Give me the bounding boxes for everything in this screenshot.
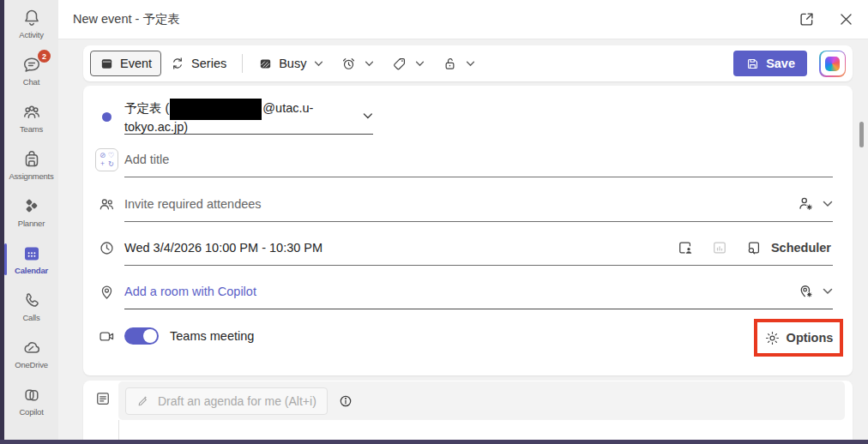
save-icon [745,57,760,71]
copilot-icon [21,385,42,405]
datetime-field[interactable]: Wed 3/4/2026 10:00 PM - 10:30 PM [124,230,833,266]
toolbar-divider [242,54,243,73]
planner-icon [21,196,42,217]
busy-icon [258,57,273,71]
event-details-card: 予定表 (@utac.u-tokyo.ac.jp) ⊘♡+↻ Add title [83,86,853,375]
meeting-options-button[interactable]: Options [763,328,835,348]
chevron-down-icon [466,61,475,67]
chevron-down-icon [823,288,833,295]
chevron-down-icon [415,61,425,67]
close-icon [838,11,854,27]
sidebar-item-calls[interactable]: Calls [4,283,58,330]
copilot-logo-icon [825,57,840,71]
draft-agenda-button[interactable]: Draft an agenda for me (Alt+i) [125,387,328,415]
calendar-chart-icon [711,239,728,256]
chevron-down-icon [314,61,323,67]
repeat-icon [170,56,185,71]
dialog-titlebar: New event - 予定表 [58,0,868,39]
sidebar-item-assignments[interactable]: Assignments [4,141,58,189]
series-tab[interactable]: Series [161,51,235,76]
chevron-down-icon [823,201,833,207]
sidebar-item-chat[interactable]: 2 Chat [4,47,58,94]
people-icon [89,195,124,213]
video-camera-icon [89,327,124,345]
sidebar-label: Activity [19,30,44,39]
show-as-busy-dropdown[interactable]: Busy [250,51,332,76]
title-input[interactable]: Add title [124,141,833,177]
sidebar-item-copilot[interactable]: Copilot [4,377,58,424]
scrollbar-thumb[interactable] [859,122,864,147]
calendar-availability-button[interactable] [675,237,696,258]
sidebar-label: Chat [23,77,39,87]
chat-unread-badge: 2 [38,50,51,63]
category-dropdown[interactable] [383,51,433,76]
sidebar-label: Copilot [19,407,43,417]
cloud-icon [21,338,42,358]
optional-attendees-dropdown[interactable] [795,193,817,214]
privacy-dropdown[interactable] [433,51,484,76]
unlock-icon [442,56,458,72]
close-button[interactable] [836,9,856,29]
redacted-email [170,99,262,120]
calendar-color-dot [102,112,112,122]
event-tab[interactable]: Event [90,51,161,76]
gear-icon [764,330,781,346]
popout-button[interactable] [796,9,817,30]
popout-icon [798,10,816,28]
copilot-button[interactable] [819,51,846,77]
alarm-icon [341,56,357,72]
pin-gear-icon [797,282,815,300]
datetime-value: Wed 3/4/2026 10:00 PM - 10:30 PM [124,241,322,255]
location-pin-icon [89,283,124,301]
chevron-down-icon [365,61,374,67]
location-row: Add a room with Copilot [89,273,833,309]
event-toolbar: Event Series Busy [83,45,853,81]
sidebar-item-onedrive[interactable]: OneDrive [4,330,58,377]
location-settings-dropdown[interactable] [795,280,817,302]
scheduler-button[interactable]: Scheduler [744,237,833,258]
reminder-dropdown[interactable] [332,51,383,76]
agenda-toolbar: Draft an agenda for me (Alt+i) [118,381,845,420]
calendar-select-value: 予定表 (@utac.u-tokyo.ac.jp) [124,99,353,134]
annotation-highlight-rectangle: Options [754,319,843,357]
sidebar-item-teams[interactable]: Teams [4,94,58,141]
calendar-select-row: 予定表 (@utac.u-tokyo.ac.jp) [89,99,833,135]
calendar-icon [21,243,42,264]
attendees-input[interactable]: Invite required attendees [124,186,833,222]
teams-meeting-row: Teams meeting [89,318,833,354]
info-icon[interactable] [338,393,353,409]
teams-meeting-toggle[interactable] [124,327,159,345]
sidebar-item-planner[interactable]: Planner [4,189,58,236]
tag-icon [391,56,407,72]
calendar-stats-button-disabled[interactable] [709,237,730,258]
pen-sparkle-icon [136,393,151,408]
bell-icon [21,8,42,28]
options-label: Options [787,331,834,345]
teams-meeting-label: Teams meeting [170,329,254,343]
clock-icon [89,239,124,257]
sidebar-label: Planner [18,219,45,228]
sidebar-label: Calls [22,313,39,322]
title-placeholder: Add title [124,153,169,166]
notes-icon [94,390,112,407]
sidebar-label: Teams [20,124,43,134]
editor-left-border [118,420,119,440]
sidebar-item-activity[interactable]: Activity [4,0,58,47]
person-gear-icon [797,195,815,213]
sidebar-label: OneDrive [15,360,48,369]
attendees-row: Invite required attendees [89,186,833,222]
attendees-placeholder: Invite required attendees [124,197,262,211]
window-edge-bottom [0,440,868,444]
phone-icon [21,291,42,311]
room-input[interactable]: Add a room with Copilot [124,273,833,309]
sidebar-item-calendar[interactable]: Calendar [4,236,58,283]
datetime-row: Wed 3/4/2026 10:00 PM - 10:30 PM [89,230,833,266]
teams-people-icon [21,102,42,123]
app-rail: Activity 2 Chat Teams Assignments [4,0,58,440]
calendar-select[interactable]: 予定表 (@utac.u-tokyo.ac.jp) [124,99,373,135]
save-button[interactable]: Save [733,51,807,76]
chevron-down-icon [363,112,373,120]
emoji-picker-button[interactable]: ⊘♡+↻ [95,148,118,171]
toggle-knob [143,329,157,343]
sidebar-label: Assignments [9,171,53,181]
